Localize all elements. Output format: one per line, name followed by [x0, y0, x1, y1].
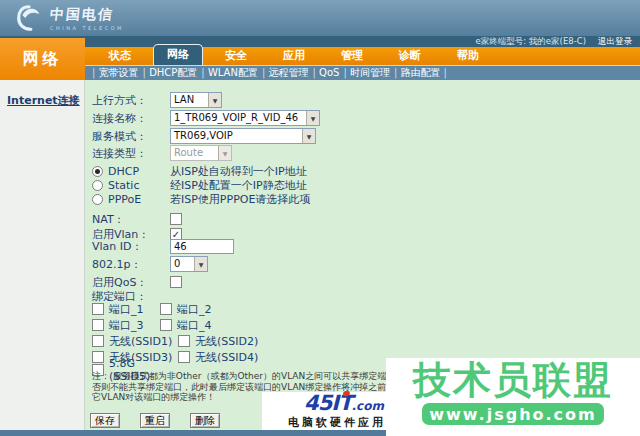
- dhcp-radio-label: DHCP: [108, 165, 170, 178]
- 8021p-label: 802.1p：: [92, 257, 170, 272]
- tab-security[interactable]: 安全: [207, 47, 265, 65]
- subnav-route[interactable]: 路由配置: [393, 66, 442, 80]
- static-radio-label: Static: [108, 179, 170, 192]
- main-nav: 状态 网络 安全 应用 管理 诊断 帮助: [85, 47, 640, 65]
- dropdown-arrow-icon: ▼: [302, 129, 315, 143]
- dropdown-arrow-icon: ▼: [306, 111, 319, 125]
- session-bar: e家终端型号: 我的e家(E8-C) 退出登录: [0, 36, 640, 47]
- sidebar-item-internet[interactable]: Internet连接: [7, 93, 80, 108]
- connection-name-select[interactable]: 1_TR069_VOIP_R_VID_46 ▼: [170, 110, 320, 126]
- vlan-id-input[interactable]: [170, 239, 234, 254]
- tab-management[interactable]: 管理: [323, 47, 381, 65]
- dropdown-arrow-icon: ▼: [208, 93, 221, 107]
- subnav-wlan[interactable]: WLAN配置: [200, 66, 259, 80]
- dropdown-arrow-icon: ▼: [218, 146, 231, 160]
- header: 中国电信 CHINA TELECOM: [0, 0, 640, 36]
- section-title: 网络: [0, 38, 85, 80]
- connection-type-label: 连接类型：: [92, 146, 170, 161]
- static-radio[interactable]: [92, 180, 103, 191]
- brand-subtitle: CHINA TELECOM: [50, 25, 124, 31]
- subnav-broadband[interactable]: 宽带设置: [91, 66, 140, 80]
- port1-checkbox[interactable]: [92, 303, 104, 315]
- service-mode-select[interactable]: TR069,VOIP ▼: [170, 128, 316, 144]
- subnav-dhcp[interactable]: DHCP配置: [142, 66, 199, 80]
- dhcp-radio[interactable]: [92, 166, 103, 177]
- tab-network[interactable]: 网络: [153, 44, 203, 65]
- router-admin-page: 中国电信 CHINA TELECOM e家终端型号: 我的e家(E8-C) 退出…: [0, 0, 640, 436]
- brand-logo: 中国电信 CHINA TELECOM: [14, 3, 124, 33]
- nat-label: NAT：: [92, 212, 170, 227]
- logout-link[interactable]: 退出登录: [598, 36, 632, 47]
- connection-name-label: 连接名称：: [92, 111, 170, 126]
- port3-checkbox[interactable]: [92, 319, 104, 331]
- dropdown-arrow-icon: ▼: [194, 257, 207, 271]
- wireless-ssid1-checkbox[interactable]: [92, 335, 104, 347]
- watermark-jsgho: 技术员联盟 www.jsgho.com: [386, 358, 640, 436]
- uplink-label: 上行方式：: [92, 93, 170, 108]
- watermark-jsgho-url: www.jsgho.com: [422, 403, 604, 425]
- 8021p-select[interactable]: 0 ▼: [170, 256, 208, 272]
- sidebar: Internet连接: [0, 80, 85, 430]
- qos-enable-checkbox[interactable]: [170, 276, 182, 288]
- service-mode-label: 服务模式：: [92, 129, 170, 144]
- subnav-qos[interactable]: QoS: [312, 66, 341, 80]
- tab-application[interactable]: 应用: [265, 47, 323, 65]
- tab-help[interactable]: 帮助: [439, 47, 497, 65]
- pppoe-radio-label: PPPoE: [108, 193, 170, 206]
- port2-checkbox[interactable]: [160, 303, 172, 315]
- pppoe-radio[interactable]: [92, 194, 103, 205]
- tab-status[interactable]: 状态: [91, 47, 149, 65]
- sub-nav: 宽带设置 DHCP配置 WLAN配置 远程管理 QoS 时间管理 路由配置: [85, 65, 640, 80]
- subnav-time[interactable]: 时间管理: [342, 66, 391, 80]
- nat-checkbox[interactable]: [170, 213, 182, 225]
- restart-button[interactable]: 重启: [140, 413, 170, 428]
- china-telecom-logo-icon: [14, 3, 44, 33]
- watermark-jsgho-title: 技术员联盟: [413, 358, 613, 402]
- watermark-45it-subtitle: 电脑软硬件应用网: [288, 416, 400, 429]
- wireless-ssid2-checkbox[interactable]: [178, 335, 190, 347]
- port4-checkbox[interactable]: [160, 319, 172, 331]
- delete-button[interactable]: 删除: [190, 413, 220, 428]
- save-button[interactable]: 保存: [90, 413, 120, 428]
- vlan-id-label: Vlan ID：: [92, 239, 170, 254]
- connection-type-select: Route ▼: [170, 145, 232, 161]
- pppoe-description: 若ISP使用PPPOE请选择此项: [170, 192, 310, 207]
- device-model-text: e家终端型号: 我的e家(E8-C): [476, 36, 586, 47]
- form-actions: 保存 重启 删除: [90, 412, 220, 428]
- uplink-select[interactable]: LAN ▼: [170, 92, 222, 108]
- tab-diagnosis[interactable]: 诊断: [381, 47, 439, 65]
- brand-title: 中国电信: [49, 6, 125, 24]
- subnav-remote[interactable]: 远程管理: [261, 66, 310, 80]
